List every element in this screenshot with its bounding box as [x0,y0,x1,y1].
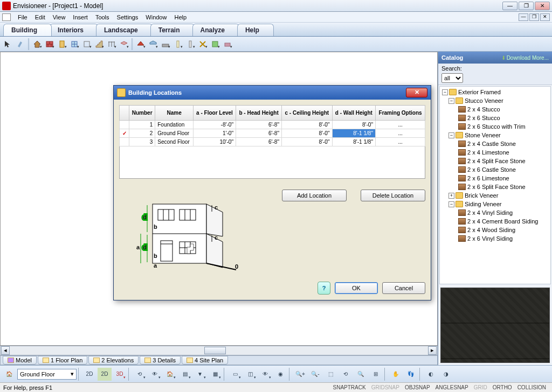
tab-landscape[interactable]: Landscape [96,24,153,36]
col-ceiling-height[interactable]: c - Ceiling Height [282,106,333,121]
menu-settings[interactable]: Settings [113,14,142,20]
col-framing-options[interactable]: Framing Options [376,106,425,121]
window-tool[interactable] [68,38,80,50]
locations-button[interactable]: 🏠 [2,368,16,381]
tab-terrain[interactable]: Terrain [150,24,195,36]
orbit2-button[interactable]: ◑ [439,368,453,381]
tab-analyze[interactable]: Analyze [192,24,239,36]
cell-c[interactable]: 8'-0'' [282,121,333,129]
layer-button[interactable]: ▦ [208,368,222,381]
box-tool-1[interactable]: ▭ [228,368,242,381]
viewtab-floorplan[interactable]: 1 Floor Plan [38,356,87,365]
tree-item[interactable]: 2 x 6 Stucco [441,114,550,122]
dialog-titlebar[interactable]: Building Locations ✕ [114,86,431,100]
house-view-button[interactable]: 🏠 [163,368,177,381]
pan-button[interactable]: ✋ [389,368,403,381]
cancel-button[interactable]: Cancel [382,282,425,294]
col-floor-level[interactable]: a - Floor Level [193,106,236,121]
download-more-link[interactable]: Download More... [501,55,549,61]
tab-interiors[interactable]: Interiors [50,24,98,36]
wall-view-button[interactable]: ▤ [178,368,192,381]
tree-group[interactable]: −Stone Veneer [441,131,550,139]
table-row[interactable]: ✓2Ground Floor1'-0''6'-8''8'-0''8'-1 1/8… [120,129,425,138]
snap-collision[interactable]: COLLISION [515,384,549,390]
table-row[interactable]: 3Second Floor10'-0''6'-8''8'-0''8'-1 1/8… [120,138,425,146]
horizontal-scrollbar[interactable]: ◂ ▸ [0,346,438,355]
view-3d-button[interactable]: 3D [113,368,127,381]
view-2dp-button[interactable]: 2D [98,368,112,381]
cam-tool[interactable]: ◉ [273,368,287,381]
dialog-close-button[interactable]: ✕ [406,88,427,97]
view-2d-button[interactable]: 2D [82,368,96,381]
col-number[interactable]: Number [129,106,155,121]
cell-d[interactable]: 8'-1 1/8'' [332,138,376,146]
menu-insert[interactable]: Insert [69,14,92,20]
row-check[interactable]: ✓ [120,129,129,138]
mdi-restore-button[interactable]: ❐ [529,13,539,21]
tree-root[interactable]: −Exterior Framed [441,88,550,96]
mdi-minimize-button[interactable]: — [519,13,528,21]
floor-tool[interactable] [118,38,130,50]
cell-d[interactable]: 8'-1 1/8'' [332,129,376,138]
snap-gridsnap[interactable]: GRIDSNAP [369,384,402,390]
misc-tool[interactable] [209,38,221,50]
snap-snaptrack[interactable]: SNAPTRACK [330,384,369,390]
collapse-icon[interactable]: − [442,89,448,95]
framing-tool[interactable] [197,38,209,50]
paint-tool[interactable] [15,38,26,50]
scroll-right-button[interactable]: ▸ [428,346,437,355]
snap-grid[interactable]: GRID [471,384,490,390]
tree-group[interactable]: −Stucco Veneer [441,96,550,105]
cell-framing[interactable]: ... [376,129,425,138]
box-tool-2[interactable]: ◫ [243,368,257,381]
nav-tool-1[interactable]: ⟲ [133,368,147,381]
cell-a[interactable]: 10'-0'' [193,138,236,146]
menu-edit[interactable]: Edit [31,14,49,20]
tree-item[interactable]: 2 x 4 Wood Siding [441,226,550,234]
tree-item[interactable]: 2 x 4 Vinyl Siding [441,208,550,217]
cell-b[interactable]: 6'-8'' [236,121,282,129]
menu-file[interactable]: File [14,14,31,20]
cell-number[interactable]: 2 [129,129,155,138]
filter-button[interactable]: ▼ [193,368,207,381]
cell-d[interactable]: 8'-0'' [332,121,376,129]
column-tool[interactable] [172,38,184,50]
tree-item[interactable]: 2 x 4 Split Face Stone [441,157,550,165]
tree-item[interactable]: 2 x 6 Castle Stone [441,165,550,174]
viewtab-elevations[interactable]: 2 Elevations [88,356,139,365]
window-maximize-button[interactable]: ❐ [519,2,534,10]
tree-item[interactable]: 2 x 6 Split Face Stone [441,183,550,191]
mdi-close-button[interactable]: ✕ [540,13,550,21]
text-tool[interactable] [222,38,233,50]
cell-framing[interactable]: ... [376,121,425,129]
cell-c[interactable]: 8'-0'' [282,138,333,146]
zoom-extents-button[interactable]: ⊞ [369,368,383,381]
menu-tools[interactable]: Tools [92,14,113,20]
nav-tool-2[interactable]: 👁 [148,368,162,381]
tab-building[interactable]: Building [3,24,52,36]
viewtab-siteplan[interactable]: 4 Site Plan [182,356,228,365]
stairs-tool[interactable] [93,38,105,50]
col-head-height[interactable]: b - Head Height [236,106,282,121]
expand-icon[interactable]: + [448,193,454,199]
cell-number[interactable]: 1 [129,121,155,129]
tree-item[interactable]: 2 x 4 Stucco [441,105,550,114]
zoom-prev-button[interactable]: ⟲ [339,368,353,381]
zoom-in-button[interactable]: 🔍+ [293,368,307,381]
house-wizard-tool[interactable] [31,38,43,50]
collapse-icon[interactable]: − [448,201,454,207]
railing-tool[interactable] [106,38,118,50]
tree-item[interactable]: 2 x 4 Limestone [441,148,550,157]
viewtab-details[interactable]: 3 Details [140,356,181,365]
collapse-icon[interactable]: − [448,132,454,138]
ceiling-tool[interactable] [147,38,159,50]
row-check[interactable] [120,121,129,129]
col-name[interactable]: Name [155,106,194,121]
roof-tool[interactable] [135,38,147,50]
dialog-help-button[interactable]: ? [318,282,330,295]
window-minimize-button[interactable]: — [502,2,518,10]
collapse-icon[interactable]: − [448,98,454,104]
tree-item[interactable]: 2 x 4 Cement Board Siding [441,217,550,226]
tree-item[interactable]: 2 x 6 Stucco with Trim [441,122,550,131]
zoom-window-button[interactable]: ⬚ [323,368,337,381]
